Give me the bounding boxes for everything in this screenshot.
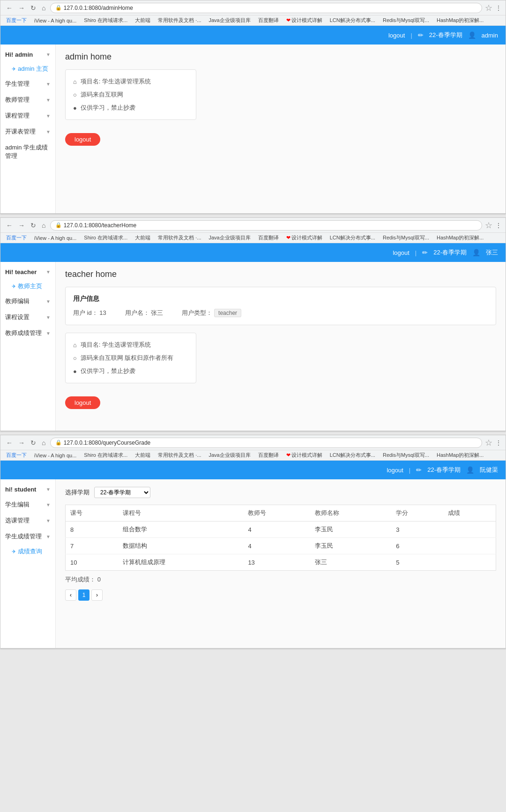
bookmark-iview-3[interactable]: iView - A high qu... xyxy=(32,452,78,459)
bookmark-lcn-2[interactable]: LCN解决分布式事... xyxy=(328,234,377,242)
bookmark-bar-3: 百度一下 iView - A high qu... Shiro 在跨域请求...… xyxy=(0,450,506,461)
back-arrow-1[interactable]: ← xyxy=(4,3,15,13)
sidebar-item-course-table[interactable]: 开课表管理 ▼ xyxy=(0,124,55,140)
bookmark-changyong-1[interactable]: 常用软件及文档 ·... xyxy=(156,16,203,24)
logout-button-1[interactable]: logout xyxy=(65,133,100,146)
bookmark-iview-2[interactable]: iView - A high qu... xyxy=(32,235,78,241)
sidebar-item-admin-grade[interactable]: admin 学生成绩管理 xyxy=(0,140,55,164)
address-bar-2[interactable]: 🔒 127.0.0.1:8080/teacherHome xyxy=(50,220,482,231)
logout-link-3[interactable]: logout xyxy=(387,467,403,474)
app-body-1: Hi! admin ▼ admin 主页 学生管理 ▼ 教师管理 ▼ xyxy=(0,45,506,213)
logout-button-2[interactable]: logout xyxy=(65,396,100,409)
bookmark-iview-1[interactable]: iView - A high qu... xyxy=(32,17,78,24)
sidebar-item-teacher-grade[interactable]: 教师成绩管理 ▼ xyxy=(0,325,55,341)
semester-select-input[interactable]: 22-春季学期 xyxy=(94,487,150,498)
bookmark-fanyi-1[interactable]: 百度翻译 xyxy=(256,16,281,24)
greeting-text-1: Hi! admin xyxy=(5,51,33,58)
bookmark-java-2[interactable]: Java企业级项目库 xyxy=(207,234,253,242)
sidebar-item-course-setting[interactable]: 课程设置 ▼ xyxy=(0,309,55,325)
app-body-3: hi! student ▼ 学生编辑 ▼ 选课管理 ▼ 学生成绩管理 ▼ xyxy=(0,479,506,648)
address-bar-3[interactable]: 🔒 127.0.0.1:8080/queryCourseGrade xyxy=(50,438,482,448)
avg-score-row: 平均成绩： 0 xyxy=(65,575,496,584)
menu-icon-2[interactable]: ⋮ xyxy=(495,222,502,229)
forward-arrow-2[interactable]: → xyxy=(16,221,27,230)
refresh-btn-1[interactable]: ↻ xyxy=(29,3,38,13)
bookmark-hashmap-1[interactable]: HashMap的初深解... xyxy=(435,16,485,24)
select-semester-label: 选择学期 xyxy=(65,488,89,497)
bookmark-hashmap-2[interactable]: HashMap的初深解... xyxy=(435,234,485,242)
sidebar-greeting-3: hi! student ▼ xyxy=(0,479,55,497)
logout-link-2[interactable]: logout xyxy=(393,249,409,256)
bookmark-baiduyixia-1[interactable]: 百度一下 xyxy=(4,16,29,24)
sidebar-item-student-edit[interactable]: 学生编辑 ▼ xyxy=(0,497,55,513)
bookmark-daqianduan-2[interactable]: 大前端 xyxy=(133,234,152,242)
bookmark-fanyi-3[interactable]: 百度翻译 xyxy=(256,451,281,459)
teacher-mgmt-label: 教师管理 xyxy=(5,96,30,104)
bookmark-java-3[interactable]: Java企业级项目库 xyxy=(207,451,253,459)
back-arrow-2[interactable]: ← xyxy=(4,221,15,230)
sidebar-item-teacher-mgmt[interactable]: 教师管理 ▼ xyxy=(0,92,55,108)
pen-icon-1: ✏ xyxy=(418,31,424,39)
back-arrow-3[interactable]: ← xyxy=(4,438,15,447)
logout-link-1[interactable]: logout xyxy=(388,32,405,39)
home-btn-2[interactable]: ⌂ xyxy=(40,221,47,230)
bookmark-changyong-2[interactable]: 常用软件及文档 ·... xyxy=(156,234,203,242)
nav-buttons-3[interactable]: ← → ↻ ⌂ xyxy=(4,438,47,447)
forward-arrow-1[interactable]: → xyxy=(16,3,27,13)
home-btn-1[interactable]: ⌂ xyxy=(40,3,47,13)
sidebar-item-course-mgmt[interactable]: 课程管理 ▼ xyxy=(0,108,55,124)
menu-icon-3[interactable]: ⋮ xyxy=(495,439,502,447)
greeting-caret-2[interactable]: ▼ xyxy=(46,269,51,275)
app-2: logout | ✏ 22-春季学期 👤 张三 Hi! teacher ▼ 教师… xyxy=(0,243,506,431)
sidebar-item-teacher-edit[interactable]: 教师编辑 ▼ xyxy=(0,293,55,309)
row3-teacher-id: 13 xyxy=(243,554,310,571)
bookmark-redis-2[interactable]: Redis与Mysql双写... xyxy=(381,234,431,242)
address-bar-1[interactable]: 🔒 127.0.0.1:8080/adminHome xyxy=(50,3,482,13)
bookmark-java-1[interactable]: Java企业级项目库 xyxy=(207,16,253,24)
star-icon-1[interactable]: ☆ xyxy=(485,3,492,13)
sidebar-item-student-grade[interactable]: 学生成绩管理 ▼ xyxy=(0,529,55,544)
bookmark-hashmap-3[interactable]: HashMap的初深解... xyxy=(435,451,485,459)
bookmark-design-2[interactable]: 设计模式详解 xyxy=(284,234,324,242)
bookmark-changyong-3[interactable]: 常用软件及文档 ·... xyxy=(156,451,203,459)
bookmark-shiro-2[interactable]: Shiro 在跨域请求... xyxy=(82,234,129,242)
star-icon-3[interactable]: ☆ xyxy=(485,438,492,448)
bookmark-redis-3[interactable]: Redis与Mysql双写... xyxy=(381,451,431,459)
bookmark-daqianduan-3[interactable]: 大前端 xyxy=(133,451,152,459)
bookmark-lcn-3[interactable]: LCN解决分布式事... xyxy=(328,451,377,459)
bookmark-fanyi-2[interactable]: 百度翻译 xyxy=(256,234,281,242)
sidebar-item-admin-home[interactable]: admin 主页 xyxy=(0,62,55,76)
menu-icon-1[interactable]: ⋮ xyxy=(495,4,502,12)
header-row: 课号 课程号 教师号 教师名称 学分 成绩 xyxy=(66,505,496,521)
bookmark-daqianduan-1[interactable]: 大前端 xyxy=(133,16,152,24)
bookmark-shiro-3[interactable]: Shiro 在跨域请求... xyxy=(82,451,129,459)
course-select-label: 选课管理 xyxy=(5,516,30,525)
current-page-btn[interactable]: 1 xyxy=(78,589,89,601)
refresh-btn-3[interactable]: ↻ xyxy=(29,438,38,447)
star-icon-2[interactable]: ☆ xyxy=(485,220,492,231)
greeting-caret-3[interactable]: ▼ xyxy=(46,487,51,492)
home-btn-3[interactable]: ⌂ xyxy=(40,438,47,447)
bookmark-design-3[interactable]: 设计模式详解 xyxy=(284,451,324,459)
refresh-btn-2[interactable]: ↻ xyxy=(29,221,38,230)
nav-buttons-1[interactable]: ← → ↻ ⌂ xyxy=(4,3,47,13)
sidebar-item-teacher-home[interactable]: 教师主页 xyxy=(0,279,55,293)
greeting-caret-1[interactable]: ▼ xyxy=(46,52,51,57)
sidebar-item-course-select[interactable]: 选课管理 ▼ xyxy=(0,513,55,529)
bookmark-shiro-1[interactable]: Shiro 在跨域请求... xyxy=(82,16,129,24)
bookmark-design-1[interactable]: 设计模式详解 xyxy=(284,16,324,24)
student-username-3: 阮健渠 xyxy=(480,466,498,474)
bookmark-baiduyixia-3[interactable]: 百度一下 xyxy=(4,451,29,459)
forward-arrow-3[interactable]: → xyxy=(16,438,27,447)
sidebar-item-grade-query[interactable]: 成绩查询 xyxy=(0,544,55,559)
prev-page-btn[interactable]: ‹ xyxy=(65,589,76,601)
next-page-btn[interactable]: › xyxy=(91,589,103,601)
bookmark-baiduyixia-2[interactable]: 百度一下 xyxy=(4,234,29,242)
main-content-2: teacher home 用户信息 用户 id： 13 用户名： 张三 xyxy=(56,262,506,431)
bookmark-lcn-1[interactable]: LCN解决分布式事... xyxy=(328,16,377,24)
app-body-2: Hi! teacher ▼ 教师主页 教师编辑 ▼ 课程设置 ▼ xyxy=(0,262,506,431)
nav-buttons-2[interactable]: ← → ↻ ⌂ xyxy=(4,221,47,230)
user-type-badge-2: teacher xyxy=(214,309,241,317)
bookmark-redis-1[interactable]: Redis与Mysql双写... xyxy=(381,16,431,24)
sidebar-item-student-mgmt[interactable]: 学生管理 ▼ xyxy=(0,76,55,92)
